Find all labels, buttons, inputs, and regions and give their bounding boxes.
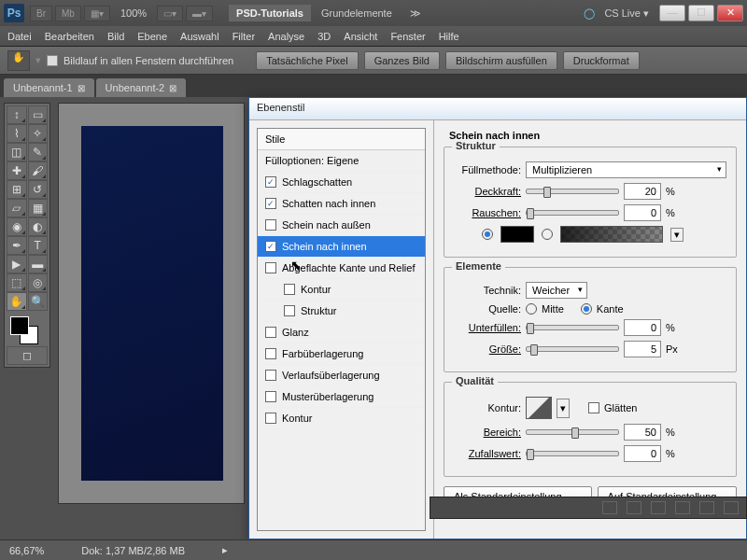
scroll-all-checkbox[interactable] [47, 55, 58, 66]
style-item[interactable]: Schlagschatten [258, 172, 425, 193]
status-icon[interactable] [724, 501, 739, 514]
technik-select[interactable]: Weicher [526, 282, 587, 299]
type-tool[interactable]: T [28, 236, 49, 255]
blend-mode-select[interactable]: Multiplizieren [526, 161, 726, 178]
color-swatches[interactable] [7, 315, 48, 346]
zufall-slider[interactable] [526, 451, 619, 456]
menu-datei[interactable]: Datei [7, 31, 32, 42]
history-brush-tool[interactable]: ↺ [28, 180, 49, 199]
fit-screen-button[interactable]: Ganzes Bild [364, 51, 440, 70]
close-icon[interactable]: ⊠ [169, 83, 176, 93]
style-checkbox[interactable] [265, 413, 276, 424]
bridge-button[interactable]: Br [30, 6, 52, 21]
status-icon[interactable] [627, 501, 641, 514]
contour-dropdown-icon[interactable]: ▾ [557, 399, 570, 418]
menu-bild[interactable]: Bild [107, 31, 124, 42]
doc-tab-2[interactable]: Unbenannt-2⊠ [96, 78, 187, 97]
brush-tool[interactable]: 🖌 [28, 161, 49, 180]
close-button[interactable]: ✕ [717, 5, 743, 21]
status-icon[interactable] [651, 501, 666, 514]
minimize-button[interactable]: — [659, 5, 685, 21]
style-checkbox[interactable] [284, 284, 295, 295]
gradient-dropdown-icon[interactable]: ▾ [670, 228, 684, 242]
style-item[interactable]: Struktur [258, 301, 425, 322]
quickmask-toggle[interactable]: ◻ [7, 346, 48, 365]
styles-header[interactable]: Stile [258, 129, 425, 150]
hand-tool[interactable]: ✋ [7, 292, 27, 311]
crop-tool[interactable]: ◫ [7, 143, 27, 161]
view-extras-button[interactable]: ▦▾ [84, 6, 110, 21]
zoom-level[interactable]: 100% [113, 5, 154, 21]
style-checkbox[interactable] [265, 391, 276, 402]
stamp-tool[interactable]: ⊞ [7, 180, 27, 199]
style-checkbox[interactable] [265, 198, 276, 209]
menu-filter[interactable]: Filter [233, 31, 255, 42]
gradient-tool[interactable]: ▦ [28, 199, 49, 217]
menu-auswahl[interactable]: Auswahl [180, 31, 219, 42]
document-canvas[interactable] [58, 103, 245, 504]
current-tool-icon[interactable]: ✋ [7, 50, 30, 71]
opacity-input[interactable]: 20 [624, 183, 661, 200]
wand-tool[interactable]: ✧ [28, 124, 49, 143]
style-item[interactable]: Schein nach außen [258, 215, 425, 236]
dodge-tool[interactable]: ◐ [28, 217, 49, 236]
style-checkbox[interactable] [265, 219, 276, 231]
grosse-input[interactable]: 5 [624, 341, 661, 357]
fill-screen-button[interactable]: Bildschirm ausfüllen [445, 51, 557, 70]
workspace-more-icon[interactable]: ≫ [402, 5, 429, 22]
color-radio[interactable] [482, 229, 493, 240]
style-item[interactable]: Glanz [258, 322, 425, 343]
style-checkbox[interactable] [265, 370, 276, 381]
eraser-tool[interactable]: ▱ [7, 199, 27, 217]
status-icon[interactable] [675, 501, 690, 514]
style-item[interactable]: Schatten nach innen [258, 193, 425, 215]
style-item[interactable]: Kontur [258, 279, 425, 301]
style-checkbox[interactable] [265, 327, 276, 338]
print-size-button[interactable]: Druckformat [563, 51, 640, 70]
cslive-button[interactable]: CS Live ▾ [597, 5, 656, 22]
workspace-tab-active[interactable]: PSD-Tutorials [229, 5, 311, 21]
3d-camera-tool[interactable]: ◎ [28, 273, 49, 292]
menu-analyse[interactable]: Analyse [268, 31, 304, 42]
status-icon[interactable] [602, 501, 617, 514]
menu-bearbeiten[interactable]: Bearbeiten [45, 31, 94, 42]
minibridge-button[interactable]: Mb [55, 6, 81, 21]
style-item[interactable]: Musterüberlagerung [258, 386, 425, 408]
gradient-radio[interactable] [542, 229, 553, 240]
zufall-input[interactable]: 0 [624, 445, 661, 462]
actual-pixels-button[interactable]: Tatsächliche Pixel [256, 51, 358, 70]
close-icon[interactable]: ⊠ [78, 83, 85, 93]
move-tool[interactable]: ↕ [7, 105, 27, 124]
menu-3d[interactable]: 3D [317, 31, 331, 42]
style-item[interactable]: Schein nach innen [258, 236, 425, 258]
color-swatch[interactable] [500, 226, 534, 243]
style-checkbox[interactable] [284, 305, 295, 316]
style-checkbox[interactable] [265, 176, 276, 188]
zoom-tool[interactable]: 🔍 [28, 292, 49, 311]
style-checkbox[interactable] [265, 262, 276, 273]
workspace-tab-inactive[interactable]: Grundelemente [314, 5, 400, 21]
heal-tool[interactable]: ✚ [7, 161, 27, 180]
noise-slider[interactable] [526, 210, 619, 216]
style-item[interactable]: Abgeflachte Kante und Relief [258, 258, 425, 279]
style-checkbox[interactable] [265, 241, 276, 252]
bereich-slider[interactable] [526, 429, 619, 435]
unterfullen-slider[interactable] [526, 325, 619, 330]
doc-tab-1[interactable]: Unbenannt-1⊠ [4, 78, 94, 97]
fill-options-item[interactable]: Fülloptionen: Eigene [258, 150, 425, 172]
style-checkbox[interactable] [265, 348, 276, 359]
grosse-slider[interactable] [526, 346, 619, 352]
pen-tool[interactable]: ✒ [7, 236, 27, 255]
eyedropper-tool[interactable]: ✎ [28, 143, 49, 161]
zoom-status[interactable]: 66,67% [9, 545, 44, 556]
style-item[interactable]: Kontur [258, 408, 425, 429]
3d-tool[interactable]: ⬚ [7, 273, 27, 292]
status-icon[interactable] [699, 501, 714, 514]
foreground-swatch[interactable] [10, 316, 29, 335]
bereich-input[interactable]: 50 [624, 424, 661, 441]
menu-ebene[interactable]: Ebene [137, 31, 167, 42]
menu-ansicht[interactable]: Ansicht [344, 31, 377, 42]
style-item[interactable]: Farbüberlagerung [258, 343, 425, 365]
menu-hilfe[interactable]: Hilfe [439, 31, 459, 42]
arrange-button[interactable]: ▭▾ [157, 6, 183, 21]
